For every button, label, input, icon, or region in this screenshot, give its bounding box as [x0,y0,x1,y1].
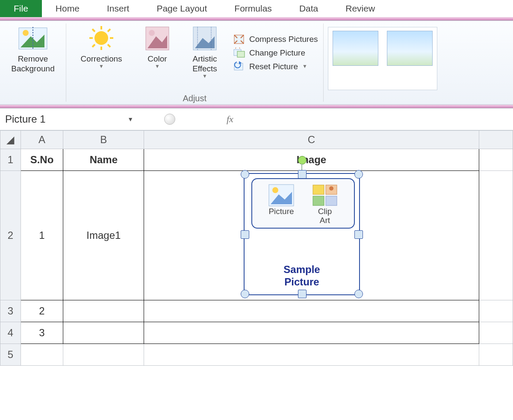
col-header-b[interactable]: B [63,131,144,149]
cell[interactable]: 3 [21,322,63,344]
compress-pictures-button[interactable]: Compress Pictures [233,34,318,45]
dropdown-icon: ▼ [99,63,104,69]
change-picture-icon [233,47,245,59]
ribbon-accent-bar [0,17,513,21]
dropdown-icon: ▼ [202,73,207,79]
cell[interactable]: S.No [21,149,63,171]
tab-insert[interactable]: Insert [93,0,143,17]
cell[interactable] [479,171,513,300]
change-picture-button[interactable]: Change Picture [233,47,318,59]
cell[interactable] [144,300,479,322]
reset-picture-button[interactable]: Reset Picture ▼ [233,61,318,72]
cell[interactable]: 1 [21,171,63,300]
col-header-c[interactable]: C [144,131,479,149]
cell[interactable]: Name [63,149,144,171]
cell[interactable] [21,344,63,366]
ribbon: RemoveBackground Corrections ▼ [0,21,513,105]
remove-background-icon [18,25,48,52]
ribbon-accent-bar [0,105,513,108]
compress-pictures-icon [233,34,245,45]
cell[interactable] [63,300,144,322]
tab-file[interactable]: File [0,0,42,17]
insert-clipart-label: ClipArt [318,207,332,225]
svg-point-4 [94,31,108,45]
insert-picture-label: Picture [268,207,294,216]
resize-handle[interactable] [298,290,307,298]
picture-styles-gallery[interactable] [328,27,437,90]
remove-background-label: RemoveBackground [11,54,54,74]
group-label-adjust: Adjust [183,94,206,103]
cell[interactable]: Image [144,149,479,171]
name-box-value: Picture 1 [5,113,46,125]
fx-label[interactable]: fx [227,114,233,125]
svg-line-10 [108,44,110,47]
tab-review[interactable]: Review [332,0,389,17]
row-header[interactable]: 3 [0,300,21,322]
corrections-icon [86,25,116,52]
svg-rect-32 [326,196,337,206]
insert-illustration-popup: Picture ClipArt [251,178,355,229]
svg-line-11 [108,29,110,32]
col-header-a[interactable]: A [21,131,63,149]
svg-rect-31 [313,196,324,206]
selected-picture-object[interactable]: Picture ClipArt SamplePicture [244,173,360,295]
split-handle-icon[interactable] [164,114,175,125]
reset-picture-icon [233,61,245,72]
picture-style-thumb[interactable] [387,31,433,66]
select-all-corner[interactable]: ◢ [0,131,21,149]
color-button[interactable]: Color ▼ [136,23,179,80]
picture-icon [268,183,295,207]
svg-point-27 [272,187,278,193]
cell[interactable] [63,344,144,366]
cell[interactable] [479,149,513,171]
insert-picture-button[interactable]: Picture [264,183,298,216]
cell[interactable] [479,344,513,366]
reset-picture-label: Reset Picture [249,62,298,71]
row-header[interactable]: 2 [0,171,21,300]
ribbon-tabs: File Home Insert Page Layout Formulas Da… [0,0,513,17]
resize-handle[interactable] [354,230,363,239]
artistic-effects-icon [192,25,218,52]
dropdown-icon: ▼ [302,63,307,69]
row-header[interactable]: 5 [0,344,21,366]
dropdown-icon[interactable]: ▼ [127,116,133,123]
svg-rect-28 [313,185,324,194]
picture-style-thumb[interactable] [333,31,378,66]
cell[interactable]: 2 [21,300,63,322]
cell[interactable] [144,322,479,344]
svg-rect-22 [237,51,245,57]
cell[interactable] [144,344,479,366]
tab-formulas[interactable]: Formulas [221,0,286,17]
color-label: Color [147,54,167,64]
tab-page-layout[interactable]: Page Layout [143,0,221,17]
change-picture-label: Change Picture [249,48,305,58]
corrections-button[interactable]: Corrections ▼ [69,23,134,80]
tab-home[interactable]: Home [42,0,93,17]
resize-handle[interactable] [241,290,249,298]
resize-handle[interactable] [241,230,249,239]
cell[interactable] [479,322,513,344]
tab-data[interactable]: Data [286,0,332,17]
resize-handle[interactable] [298,170,307,179]
svg-line-9 [92,29,95,32]
cell[interactable] [479,300,513,322]
artistic-effects-label: ArtisticEffects [192,54,217,74]
insert-clipart-button[interactable]: ClipArt [308,183,342,225]
worksheet-grid: ◢ A B C 1 S.No Name Image 2 1 Image1 3 2… [0,130,513,366]
row-header[interactable]: 4 [0,322,21,344]
artistic-effects-button[interactable]: ArtisticEffects ▼ [181,23,229,80]
remove-background-button[interactable]: RemoveBackground [3,23,63,75]
row-header[interactable]: 1 [0,149,21,171]
corrections-label: Corrections [80,54,122,64]
resize-handle[interactable] [241,170,249,179]
svg-point-2 [23,30,29,36]
resize-handle[interactable] [354,290,363,298]
compress-pictures-label: Compress Pictures [249,35,318,44]
resize-handle[interactable] [354,170,363,179]
rotate-handle[interactable] [298,156,307,164]
cell[interactable] [63,322,144,344]
name-box[interactable]: Picture 1 ▼ [0,113,139,125]
col-header-d[interactable] [479,131,513,149]
cell[interactable]: Image1 [63,171,144,300]
dropdown-icon: ▼ [155,63,160,69]
